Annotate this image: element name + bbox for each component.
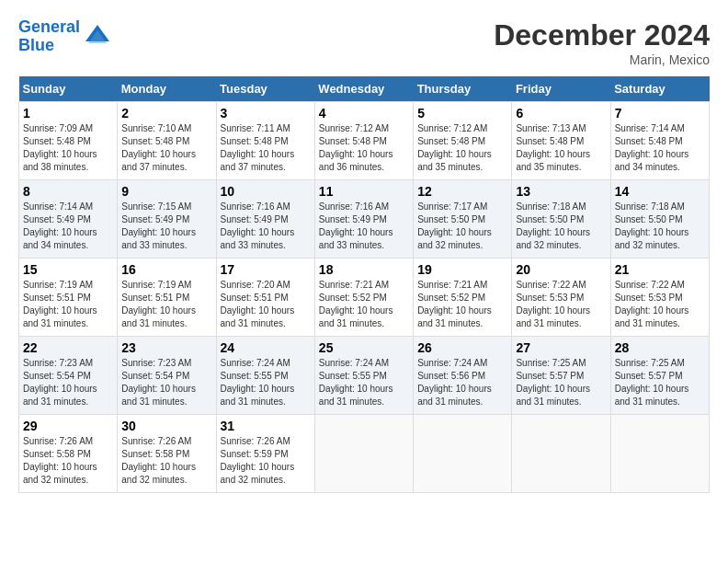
day-info: Sunrise: 7:19 AMSunset: 5:51 PMDaylight:… [121,280,196,328]
day-info: Sunrise: 7:19 AMSunset: 5:51 PMDaylight:… [23,280,97,328]
day-info: Sunrise: 7:24 AMSunset: 5:55 PMDaylight:… [319,358,393,407]
calendar-cell: 18Sunrise: 7:21 AMSunset: 5:52 PMDayligh… [314,259,413,337]
day-info: Sunrise: 7:14 AMSunset: 5:49 PMDaylight:… [23,201,97,250]
day-number: 14 [615,184,705,199]
header-thursday: Thursday [414,76,512,102]
day-number: 7 [615,106,705,121]
header-sunday: Sunday [19,76,118,102]
day-number: 21 [615,262,705,277]
day-number: 4 [319,106,409,121]
day-number: 2 [121,106,211,121]
calendar-cell: 27Sunrise: 7:25 AMSunset: 5:57 PMDayligh… [512,337,610,415]
calendar-cell: 19Sunrise: 7:21 AMSunset: 5:52 PMDayligh… [414,259,512,337]
day-info: Sunrise: 7:25 AMSunset: 5:57 PMDaylight:… [516,358,590,407]
page-header: General Blue December 2024 Marin, Mexico [18,18,710,67]
header-tuesday: Tuesday [216,76,314,102]
day-number: 23 [121,340,211,355]
day-info: Sunrise: 7:24 AMSunset: 5:55 PMDaylight:… [221,358,295,407]
day-info: Sunrise: 7:25 AMSunset: 5:57 PMDaylight:… [615,358,689,407]
day-number: 30 [121,419,211,433]
day-number: 31 [221,419,311,433]
day-number: 24 [221,340,311,355]
calendar-cell: 12Sunrise: 7:17 AMSunset: 5:50 PMDayligh… [414,180,512,259]
calendar-row: 29Sunrise: 7:26 AMSunset: 5:58 PMDayligh… [19,415,710,493]
calendar-cell: 15Sunrise: 7:19 AMSunset: 5:51 PMDayligh… [19,259,118,337]
calendar-cell: 9Sunrise: 7:15 AMSunset: 5:49 PMDaylight… [118,180,216,259]
calendar-cell [512,415,610,493]
header-saturday: Saturday [610,76,709,102]
day-number: 8 [23,184,113,199]
day-info: Sunrise: 7:16 AMSunset: 5:49 PMDaylight:… [221,201,295,250]
calendar-cell: 8Sunrise: 7:14 AMSunset: 5:49 PMDaylight… [19,180,118,259]
calendar-cell: 13Sunrise: 7:18 AMSunset: 5:50 PMDayligh… [512,180,610,259]
day-number: 13 [516,184,606,199]
day-info: Sunrise: 7:16 AMSunset: 5:49 PMDaylight:… [319,201,393,250]
calendar-cell: 25Sunrise: 7:24 AMSunset: 5:55 PMDayligh… [314,337,413,415]
day-info: Sunrise: 7:23 AMSunset: 5:54 PMDaylight:… [121,358,196,407]
day-number: 6 [516,106,606,121]
day-info: Sunrise: 7:22 AMSunset: 5:53 PMDaylight:… [516,280,590,328]
day-number: 1 [23,106,113,121]
day-number: 18 [319,262,409,277]
day-number: 19 [417,262,507,277]
calendar-cell: 10Sunrise: 7:16 AMSunset: 5:49 PMDayligh… [216,180,314,259]
calendar-cell [610,415,709,493]
day-number: 20 [516,262,606,277]
day-info: Sunrise: 7:21 AMSunset: 5:52 PMDaylight:… [319,280,393,328]
calendar-cell: 5Sunrise: 7:12 AMSunset: 5:48 PMDaylight… [414,102,512,180]
header-wednesday: Wednesday [314,76,413,102]
calendar-cell: 7Sunrise: 7:14 AMSunset: 5:48 PMDaylight… [610,102,709,180]
day-info: Sunrise: 7:09 AMSunset: 5:48 PMDaylight:… [23,123,97,172]
calendar-cell: 11Sunrise: 7:16 AMSunset: 5:49 PMDayligh… [314,180,413,259]
day-info: Sunrise: 7:23 AMSunset: 5:54 PMDaylight:… [23,358,97,407]
calendar-row: 22Sunrise: 7:23 AMSunset: 5:54 PMDayligh… [19,337,710,415]
day-info: Sunrise: 7:17 AMSunset: 5:50 PMDaylight:… [417,201,492,250]
day-number: 27 [516,340,606,355]
day-info: Sunrise: 7:11 AMSunset: 5:48 PMDaylight:… [221,123,295,172]
logo: General Blue [18,18,111,55]
calendar-header-row: SundayMondayTuesdayWednesdayThursdayFrid… [19,76,710,102]
day-info: Sunrise: 7:10 AMSunset: 5:48 PMDaylight:… [121,123,196,172]
day-info: Sunrise: 7:26 AMSunset: 5:58 PMDaylight:… [121,436,196,485]
logo-general: General [18,17,80,36]
day-number: 26 [417,340,507,355]
day-info: Sunrise: 7:21 AMSunset: 5:52 PMDaylight:… [417,280,492,328]
main-title: December 2024 [494,18,710,52]
subtitle: Marin, Mexico [494,52,710,67]
calendar-cell: 21Sunrise: 7:22 AMSunset: 5:53 PMDayligh… [610,259,709,337]
logo-blue: Blue [18,36,54,54]
day-info: Sunrise: 7:26 AMSunset: 5:58 PMDaylight:… [23,436,97,485]
day-number: 15 [23,262,113,277]
day-info: Sunrise: 7:15 AMSunset: 5:49 PMDaylight:… [121,201,196,250]
day-number: 11 [319,184,409,199]
calendar-cell: 26Sunrise: 7:24 AMSunset: 5:56 PMDayligh… [414,337,512,415]
day-number: 5 [417,106,507,121]
calendar-cell: 1Sunrise: 7:09 AMSunset: 5:48 PMDaylight… [19,102,118,180]
day-info: Sunrise: 7:24 AMSunset: 5:56 PMDaylight:… [417,358,492,407]
day-number: 28 [615,340,705,355]
day-info: Sunrise: 7:13 AMSunset: 5:48 PMDaylight:… [516,123,590,172]
calendar-table: SundayMondayTuesdayWednesdayThursdayFrid… [18,76,710,493]
calendar-cell: 17Sunrise: 7:20 AMSunset: 5:51 PMDayligh… [216,259,314,337]
calendar-cell [414,415,512,493]
calendar-row: 1Sunrise: 7:09 AMSunset: 5:48 PMDaylight… [19,102,710,180]
day-number: 29 [23,419,113,433]
header-monday: Monday [118,76,216,102]
day-number: 16 [121,262,211,277]
day-number: 3 [221,106,311,121]
calendar-cell: 16Sunrise: 7:19 AMSunset: 5:51 PMDayligh… [118,259,216,337]
calendar-cell [314,415,413,493]
calendar-row: 8Sunrise: 7:14 AMSunset: 5:49 PMDaylight… [19,180,710,259]
calendar-cell: 2Sunrise: 7:10 AMSunset: 5:48 PMDaylight… [118,102,216,180]
logo-icon [84,23,111,51]
title-area: December 2024 Marin, Mexico [494,18,710,67]
calendar-cell: 4Sunrise: 7:12 AMSunset: 5:48 PMDaylight… [314,102,413,180]
calendar-cell: 24Sunrise: 7:24 AMSunset: 5:55 PMDayligh… [216,337,314,415]
day-info: Sunrise: 7:18 AMSunset: 5:50 PMDaylight:… [615,201,689,250]
day-info: Sunrise: 7:14 AMSunset: 5:48 PMDaylight:… [615,123,689,172]
logo-text: General Blue [18,18,80,55]
day-number: 9 [121,184,211,199]
day-info: Sunrise: 7:18 AMSunset: 5:50 PMDaylight:… [516,201,590,250]
day-info: Sunrise: 7:26 AMSunset: 5:59 PMDaylight:… [221,436,295,485]
day-info: Sunrise: 7:12 AMSunset: 5:48 PMDaylight:… [319,123,393,172]
